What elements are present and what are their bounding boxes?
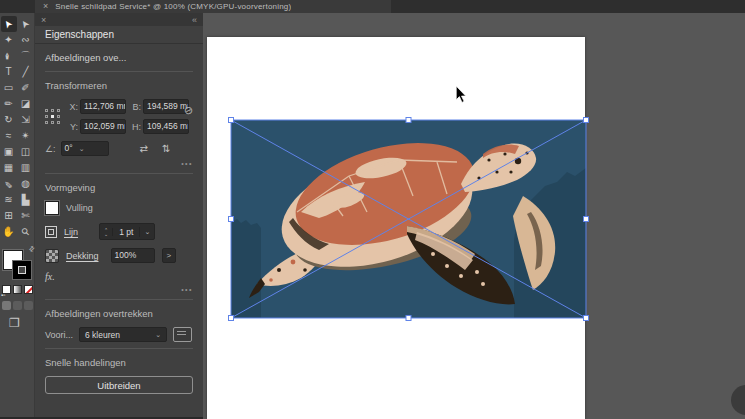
line-segment-tool[interactable]: ╱: [18, 64, 34, 80]
shape-builder-tool-icon: ▣: [4, 147, 13, 157]
eye: [515, 158, 521, 164]
tab-eigenschappen[interactable]: Eigenschappen: [35, 26, 203, 44]
draw-normal-button[interactable]: [2, 301, 11, 310]
transform-more-options[interactable]: •••: [45, 160, 193, 167]
scale-tool[interactable]: ⇲: [18, 112, 34, 128]
stroke-weight-value[interactable]: 1 pt: [113, 227, 140, 237]
gradient-tool[interactable]: ▥: [18, 160, 34, 176]
slice-tool[interactable]: ✄: [18, 208, 34, 224]
flip-horizontal-icon[interactable]: ⇄: [140, 143, 148, 154]
panel-close-icon[interactable]: ×: [41, 15, 46, 25]
width-tool[interactable]: ≈: [1, 128, 17, 144]
mesh-tool-icon: ▦: [4, 163, 13, 173]
eyedropper-tool[interactable]: ✎: [1, 176, 17, 192]
angle-value: 0°: [65, 142, 73, 155]
traced-turtle-image[interactable]: [231, 120, 586, 318]
paintbrush-tool[interactable]: ✐: [18, 80, 34, 96]
panel-header: × «: [35, 13, 203, 26]
symbol-sprayer-tool[interactable]: ≋: [1, 192, 17, 208]
effects-button[interactable]: fx.: [45, 271, 55, 282]
stroke-weight-chevron-icon[interactable]: ⌄: [140, 228, 154, 236]
flip-vertical-icon[interactable]: ⇅: [162, 143, 170, 154]
speckle: [277, 268, 281, 272]
magic-wand-tool[interactable]: ✦: [1, 32, 17, 48]
shape-builder-tool[interactable]: ▣: [1, 144, 17, 160]
none-mode-button[interactable]: [24, 285, 33, 294]
quick-actions-section: Snelle handelingen Uitbreiden: [45, 349, 193, 400]
opacity-input[interactable]: 100%: [111, 248, 155, 263]
stroke-hole: [18, 266, 26, 274]
fill-color-swatch[interactable]: [45, 201, 59, 215]
scale-tool-icon: ⇲: [21, 115, 29, 125]
canvas-area[interactable]: [203, 13, 745, 419]
hand-tool[interactable]: ✋: [1, 224, 17, 240]
speckle: [503, 152, 506, 155]
y-input[interactable]: 102,059 mm: [80, 119, 126, 134]
stroke-swatch[interactable]: [13, 261, 31, 279]
screen-mode-button[interactable]: ❐: [9, 316, 20, 330]
preset-label: Voori...: [45, 330, 73, 340]
x-input[interactable]: 112,706 mm: [80, 99, 126, 114]
pen-tool-icon: ✒: [3, 52, 13, 60]
artboard-tool[interactable]: ⊞: [1, 208, 17, 224]
direct-selection-tool-icon: ➤: [19, 18, 32, 31]
puppet-warp-tool[interactable]: ✴: [18, 128, 34, 144]
stepper-down-icon[interactable]: ⌄: [104, 232, 108, 236]
preset-value: 6 kleuren: [85, 330, 120, 340]
perspective-grid-tool[interactable]: ◫: [18, 144, 34, 160]
rectangle-tool[interactable]: ▭: [1, 80, 17, 96]
type-tool[interactable]: T: [1, 64, 17, 80]
draw-behind-button[interactable]: [13, 301, 22, 310]
color-mode-button[interactable]: [2, 285, 11, 294]
direct-selection-tool[interactable]: ➤: [18, 16, 34, 32]
mesh-tool[interactable]: ▦: [1, 160, 17, 176]
transform-header: Transformeren: [45, 80, 193, 91]
magic-wand-tool-icon: ✦: [4, 35, 12, 45]
stroke-icon[interactable]: [45, 226, 57, 238]
speckle: [445, 264, 449, 268]
opacity-icon[interactable]: [45, 249, 59, 263]
width-label: B:: [128, 102, 141, 112]
blend-tool[interactable]: ◍: [18, 176, 34, 192]
eyedropper-tool-icon: ✎: [4, 179, 12, 189]
properties-panel: × « Eigenschappen Afbeeldingen ove... Tr…: [35, 13, 203, 417]
pen-tool[interactable]: ✒: [1, 48, 17, 64]
zoom-tool[interactable]: ⚲: [18, 224, 34, 240]
speckle: [487, 158, 490, 161]
draw-inside-button[interactable]: [24, 301, 33, 310]
speckle: [303, 268, 307, 272]
selection-tool[interactable]: ➤: [1, 16, 17, 32]
lasso-tool[interactable]: ∾: [18, 32, 34, 48]
document-close-icon[interactable]: ×: [43, 0, 48, 13]
speckle: [269, 278, 273, 282]
preset-dropdown[interactable]: 6 kleuren ⌄: [79, 327, 167, 342]
gradient-tool-icon: ▥: [21, 163, 30, 173]
image-trace-panel-button[interactable]: [173, 327, 192, 342]
angle-select[interactable]: 0° ⌄: [61, 141, 109, 156]
opacity-link[interactable]: Dekking: [66, 251, 99, 261]
paintbrush-tool-icon: ✐: [21, 83, 29, 93]
chevron-down-icon: ⌄: [79, 142, 85, 155]
height-input[interactable]: 109,456 mm: [143, 119, 189, 134]
gradient-mode-button[interactable]: [13, 285, 22, 294]
blend-tool-icon: ◍: [21, 179, 30, 189]
pencil-tool[interactable]: ✏: [1, 96, 17, 112]
rectangle-tool-icon: ▭: [4, 83, 13, 93]
appearance-section: Vormgeving Vulling Lijn ⌃ ⌄ 1 pt ⌄: [45, 174, 193, 300]
rotate-tool-icon: ↻: [4, 115, 12, 125]
stroke-weight-stepper[interactable]: ⌃ ⌄ 1 pt ⌄: [99, 223, 155, 240]
document-tab[interactable]: × Snelle schildpad Service* @ 100% (CMYK…: [35, 0, 391, 13]
panel-collapse-icon[interactable]: «: [192, 15, 197, 25]
opacity-more-button[interactable]: >: [162, 248, 177, 263]
reference-point-locator[interactable]: [45, 109, 65, 125]
graph-tool[interactable]: ▙: [18, 192, 34, 208]
curvature-tool[interactable]: ⌒: [18, 48, 34, 64]
stroke-link[interactable]: Lijn: [64, 227, 78, 237]
eraser-tool[interactable]: ◪: [18, 96, 34, 112]
expand-button[interactable]: Uitbreiden: [45, 376, 193, 394]
object-type-label: Afbeeldingen ove...: [45, 44, 193, 72]
zoom-tool-icon: ⚲: [19, 226, 31, 238]
rotate-tool[interactable]: ↻: [1, 112, 17, 128]
appearance-more-options[interactable]: •••: [45, 286, 193, 293]
title-bar: × Snelle schildpad Service* @ 100% (CMYK…: [0, 0, 745, 13]
